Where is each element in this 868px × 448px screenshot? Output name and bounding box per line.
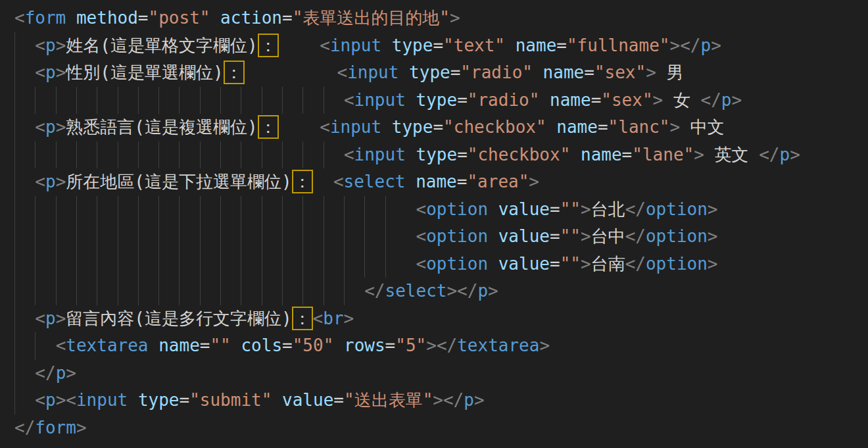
token-punct: > [732,90,742,110]
token-text: 台中 [591,226,625,246]
token-punct: > [56,62,66,82]
token-tag: textarea [457,336,539,355]
token-punct: > [529,172,539,191]
token-str: "lane" [632,145,694,164]
token-punct: > [56,390,66,410]
token-text [546,117,557,137]
code-line-1[interactable]: <form method="post" action="表單送出的目的地"> [0,5,868,32]
token-text: 英文 [704,145,759,164]
token-text [14,117,35,137]
token-op: = [550,226,560,246]
token-op: = [282,336,293,355]
token-tag: p [45,117,56,137]
token-tag: option [646,199,708,219]
token-punct: </ [443,390,464,410]
code-line-11[interactable]: </select></p> [0,278,868,305]
token-text [14,226,416,246]
code-line-5[interactable]: <p>熟悉語言(這是複選欄位)： <input type="checkbox" … [0,114,868,141]
token-punct: < [35,390,45,410]
token-punct: < [35,117,45,137]
token-attr: name [556,117,598,137]
token-op: = [584,62,594,82]
token-text [149,336,159,355]
token-punct: </ [625,199,646,219]
code-line-text: <input type="radio" name="sex"> 女 </p> [14,90,742,110]
token-text [505,36,516,55]
code-line-8[interactable]: <option value="">台北</option> [0,196,868,224]
token-text [231,336,241,355]
token-op: = [550,199,560,219]
token-punct: </ [364,281,385,301]
token-tag: option [426,199,488,219]
code-line-12[interactable]: <p>留言內容(這是多行文字欄位)：<br> [0,305,868,333]
token-op: = [138,8,149,28]
token-punct: > [581,254,591,274]
token-tag: p [700,36,711,55]
token-attr: type [392,117,433,137]
token-attr: name [516,36,557,55]
token-punct: < [344,145,354,164]
token-op: = [457,145,468,164]
code-line-2[interactable]: <p>姓名(這是單格文字欄位)： <input type="text" name… [0,32,868,60]
unicode-highlight-colon: ： [260,117,277,137]
token-text [488,199,498,219]
token-text: 台南 [591,254,625,274]
token-punct: < [416,226,426,246]
token-str: "" [560,199,581,219]
code-line-15[interactable]: <p><input type="submit" value="送出表單"></p… [0,387,868,414]
token-punct: < [320,117,330,137]
code-line-10[interactable]: <option value="">台南</option> [0,251,868,278]
token-punct: > [694,145,704,164]
token-text: 性別(這是單選欄位) [66,62,223,82]
token-attr: name [581,145,622,164]
token-tag: input [330,36,381,55]
token-text [210,8,220,28]
token-punct: > [426,336,437,355]
token-text: 中文 [680,117,725,137]
code-line-7[interactable]: <p>所在地區(這是下拉選單欄位)： <select name="area"> [0,168,868,196]
token-attr: name [416,172,457,191]
token-tag: option [646,226,708,246]
code-line-text: <option value="">台南</option> [14,254,718,274]
token-str: "radio" [460,62,533,82]
token-text [245,62,337,82]
unicode-highlight-colon: ： [294,309,311,328]
token-text [14,363,35,383]
token-punct: > [670,117,681,137]
token-text [279,117,320,137]
token-punct: < [14,8,25,28]
token-punct: </ [701,90,721,110]
code-line-text: <option value="">台中</option> [14,226,718,246]
code-line-text: <p>姓名(這是單格文字欄位)： <input type="text" name… [14,36,721,55]
token-tag: p [477,281,488,301]
token-text [14,36,35,55]
token-punct: < [416,254,426,274]
code-line-13[interactable]: <textarea name="" cols="50" rows="5"></t… [0,332,868,360]
code-line-6[interactable]: <input type="checkbox" name="lane"> 英文 <… [0,141,868,169]
token-tag: input [330,117,381,137]
token-punct: < [344,90,354,110]
token-tag: select [385,281,447,301]
token-attr: method [76,8,138,28]
token-punct: > [76,418,87,437]
unicode-highlight-colon: ： [260,36,277,55]
token-punct: > [433,390,443,410]
code-line-text: <p>性別(這是單選欄位)： <input type="radio" name=… [14,62,683,82]
code-line-16[interactable]: </form> [0,414,868,442]
code-line-9[interactable]: <option value="">台中</option> [0,223,868,251]
token-text [333,336,344,355]
editor-content: <form method="post" action="表單送出的目的地"> <… [0,5,868,441]
code-line-4[interactable]: <input type="radio" name="sex"> 女 </p> [0,87,868,114]
code-line-14[interactable]: </p> [0,360,868,387]
code-line-3[interactable]: <p>性別(這是單選欄位)： <input type="radio" name=… [0,59,868,87]
token-punct: < [416,199,426,219]
token-attr: type [138,390,180,410]
code-editor[interactable]: <form method="post" action="表單送出的目的地"> <… [0,0,868,448]
token-op: = [598,117,608,137]
code-line-text: <option value="">台北</option> [14,199,718,219]
unicode-highlight-colon: ： [294,172,311,191]
token-tag: input [76,390,128,410]
token-op: = [282,8,293,28]
token-op: = [457,172,468,191]
token-punct: > [708,226,718,246]
